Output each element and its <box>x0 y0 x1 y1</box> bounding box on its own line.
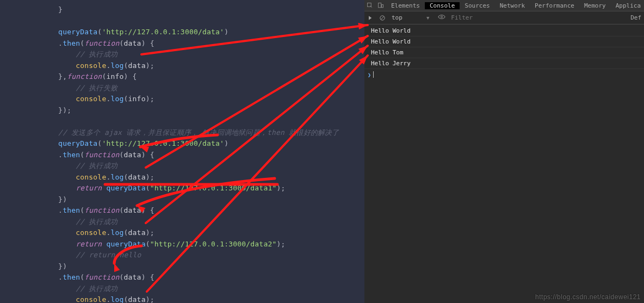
devtools-pane: ElementsConsoleSourcesNetworkPerformance… <box>364 0 644 303</box>
console-row[interactable]: Hello Jerry <box>364 58 644 69</box>
console-row[interactable]: Hello World <box>364 36 644 47</box>
console-log-list: Hello WorldHello WorldHello TomHello Jer… <box>364 24 644 70</box>
code-area[interactable]: } queryData('http://127.0.0.1:3000/data'… <box>0 4 364 303</box>
console-row[interactable]: Hello Tom <box>364 47 644 58</box>
tab-console[interactable]: Console <box>425 2 460 9</box>
text-cursor <box>373 71 374 78</box>
svg-point-4 <box>441 16 443 18</box>
svg-rect-1 <box>379 3 381 8</box>
tab-memory[interactable]: Memory <box>579 2 611 9</box>
watermark: https://blog.csdn.net/caidewei121 <box>535 293 641 301</box>
tab-applica[interactable]: Applica <box>611 2 644 9</box>
tab-elements[interactable]: Elements <box>386 2 425 9</box>
devtools-tab-bar: ElementsConsoleSourcesNetworkPerformance… <box>364 0 644 11</box>
console-row[interactable]: Hello World <box>364 26 644 36</box>
tab-sources[interactable]: Sources <box>460 2 494 9</box>
svg-rect-2 <box>382 5 383 8</box>
chevron-right-icon: ❯ <box>368 72 371 78</box>
editor-pane[interactable]: } queryData('http://127.0.0.1:3000/data'… <box>0 0 364 303</box>
filter-input[interactable] <box>451 14 516 21</box>
context-label: top <box>392 14 403 21</box>
clear-icon[interactable] <box>376 15 388 21</box>
tab-performance[interactable]: Performance <box>530 2 579 9</box>
chevron-down-icon: ▼ <box>426 15 429 21</box>
tab-network[interactable]: Network <box>495 2 530 9</box>
default-levels[interactable]: Def <box>626 14 644 21</box>
devtools-toolbar: top ▼ Def <box>364 11 644 24</box>
console-prompt[interactable]: ❯ <box>364 70 644 79</box>
sidebar-icon[interactable] <box>364 15 376 21</box>
context-dropdown[interactable]: top ▼ <box>388 14 432 21</box>
eye-icon[interactable] <box>438 13 445 22</box>
inspect-icon[interactable] <box>364 2 375 9</box>
device-icon[interactable] <box>375 2 386 9</box>
